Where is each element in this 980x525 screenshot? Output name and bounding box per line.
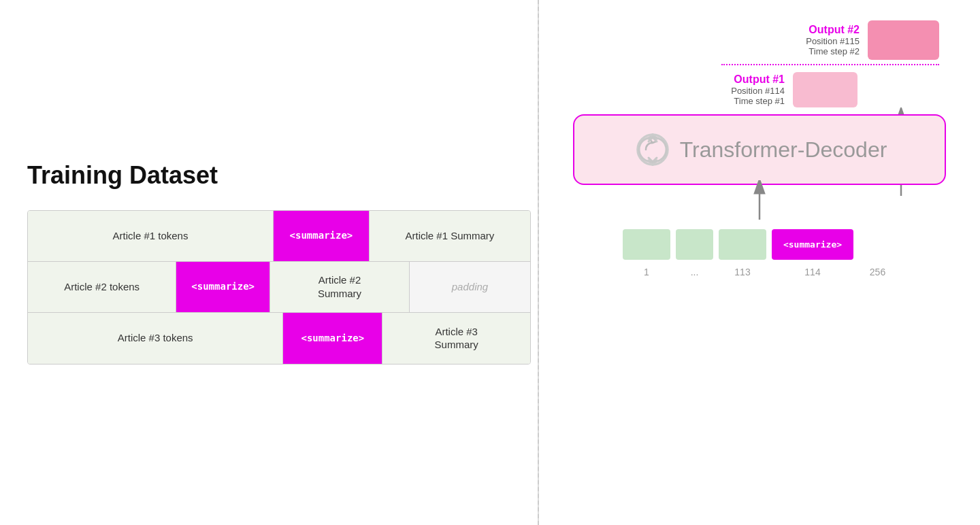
input-up-arrow — [749, 180, 770, 222]
right-panel: Output #2 Position #115 Time step #2 Out… — [539, 0, 980, 525]
summarize-tag-3: <summarize> — [283, 313, 382, 364]
dataset-table: Article #1 tokens <summarize> Article #1… — [27, 210, 531, 365]
token-256-label: 256 — [870, 267, 885, 277]
padding-cell: padding — [410, 262, 530, 312]
output-2-position: Position #115 — [806, 36, 860, 46]
output-1-timestep: Time step #1 — [731, 96, 785, 106]
output-1-meta: Output #1 Position #114 Time step #1 — [731, 73, 785, 106]
table-row: Article #3 tokens <summarize> Article #3… — [28, 313, 530, 364]
token-113-box — [719, 229, 766, 260]
summary-1: Article #1 Summary — [370, 211, 530, 261]
input-tokens-area: 1 ... 113 <summarize> 114 — [566, 229, 953, 277]
output-1-box — [793, 72, 858, 107]
transformer-decoder-box: Transformer-Decoder — [573, 114, 946, 185]
token-summarize-box: <summarize> — [772, 229, 853, 260]
output-1-title: Output #1 — [731, 73, 785, 86]
output-1-position: Position #114 — [731, 86, 785, 96]
summarize-tag-1: <summarize> — [274, 211, 370, 261]
dotted-separator — [721, 64, 939, 65]
output-2-timestep: Time step #2 — [806, 46, 860, 56]
output-2-meta: Output #2 Position #115 Time step #2 — [806, 24, 860, 56]
token-dots-label: ... — [691, 267, 699, 277]
token-1-box — [623, 229, 670, 260]
token-summarize: <summarize> 114 — [772, 229, 853, 277]
output-2-title: Output #2 — [806, 24, 860, 36]
token-summarize-label: 114 — [804, 267, 820, 277]
article-3-tokens: Article #3 tokens — [28, 313, 283, 364]
summary-3: Article #3Summary — [382, 313, 530, 364]
transformer-icon — [632, 129, 673, 170]
transformer-label: Transformer-Decoder — [680, 137, 887, 163]
token-dots: ... — [676, 229, 713, 277]
tokens-row: 1 ... 113 <summarize> 114 — [566, 229, 953, 277]
summarize-tag-2: <summarize> — [176, 262, 270, 312]
table-row: Article #1 tokens <summarize> Article #1… — [28, 211, 530, 262]
token-256: 256 — [859, 229, 896, 277]
section-title: Training Dataset — [27, 161, 510, 190]
output-2-box — [868, 20, 939, 60]
right-inner: Output #2 Position #115 Time step #2 Out… — [566, 14, 953, 511]
token-113-label: 113 — [734, 267, 750, 277]
left-panel: Training Dataset Article #1 tokens <summ… — [0, 0, 538, 525]
article-1-tokens: Article #1 tokens — [28, 211, 274, 261]
token-256-box — [859, 229, 896, 260]
summary-2: Article #2Summary — [270, 262, 410, 312]
output-2-group: Output #2 Position #115 Time step #2 — [806, 20, 939, 60]
table-row: Article #2 tokens <summarize> Article #2… — [28, 262, 530, 313]
token-1: 1 — [623, 229, 670, 277]
token-1-label: 1 — [644, 267, 649, 277]
output-1-group: Output #1 Position #114 Time step #1 — [731, 72, 858, 107]
token-dots-box — [676, 229, 713, 260]
article-2-tokens: Article #2 tokens — [28, 262, 176, 312]
token-113: 113 — [719, 229, 766, 277]
